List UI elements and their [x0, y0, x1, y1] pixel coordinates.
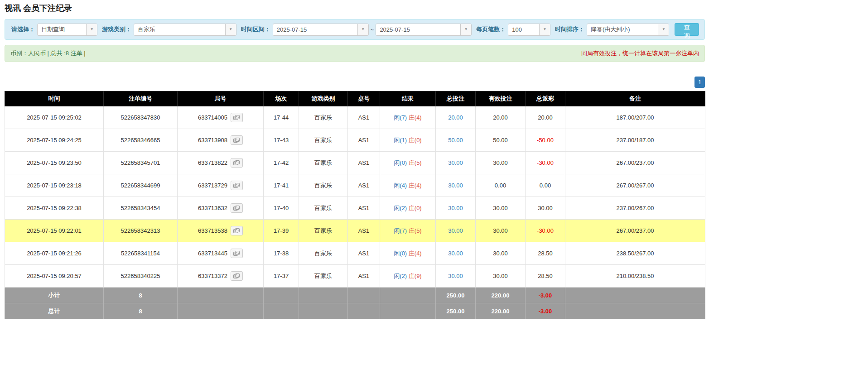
video-detail-icon[interactable] — [231, 203, 243, 213]
cell-game-type: 百家乐 — [299, 220, 348, 242]
date-to-input[interactable] — [376, 24, 460, 35]
table-row: 2025-07-15 09:24:25 522658346665 6337139… — [5, 129, 705, 152]
cell-payout: -50.00 — [526, 129, 565, 152]
table-row: 2025-07-15 09:20:57 522658340225 6337133… — [5, 265, 705, 288]
cell-total-bet-link[interactable]: 30.00 — [436, 220, 476, 242]
chevron-down-icon[interactable]: ▼ — [460, 24, 471, 35]
game-type-input[interactable] — [134, 24, 225, 35]
video-detail-icon[interactable] — [231, 113, 243, 122]
cell-table-no: AS1 — [348, 106, 380, 129]
cell-session: 17-41 — [264, 174, 299, 197]
result-banker: 庄(5) — [409, 227, 422, 234]
time-range-label: 时间区间： — [241, 25, 270, 34]
header-total-bet: 总投注 — [436, 91, 476, 106]
cell-result: 闲(2) 庄(9) — [380, 265, 436, 288]
cell-bet-id: 522658342313 — [104, 220, 178, 242]
video-detail-icon[interactable] — [231, 135, 243, 145]
game-type-combobox: ▼ — [134, 24, 236, 36]
cell-note: 237.00/187.00 — [565, 129, 705, 152]
cell-total-bet-link[interactable]: 30.00 — [436, 242, 476, 265]
chevron-down-icon[interactable]: ▼ — [225, 24, 236, 35]
cell-note: 210.00/238.50 — [565, 265, 705, 288]
cell-payout: 20.00 — [526, 106, 565, 129]
cell-table-no: AS1 — [348, 174, 380, 197]
cell-valid-bet: 30.00 — [476, 220, 526, 242]
bets-table: 时间 注单编号 局号 场次 游戏类别 桌号 结果 总投注 有效投注 总派彩 备注… — [5, 91, 705, 319]
video-detail-icon[interactable] — [231, 271, 243, 281]
cell-total-bet-link[interactable]: 30.00 — [436, 174, 476, 197]
cell-total-bet-link[interactable]: 20.00 — [436, 106, 476, 129]
cell-round: 633713729 — [178, 174, 264, 197]
cell-table-no: AS1 — [348, 220, 380, 242]
cell-valid-bet: 30.00 — [476, 242, 526, 265]
cell-note: 267.00/237.00 — [565, 152, 705, 174]
cell-table-no: AS1 — [348, 265, 380, 288]
cell-result: 闲(7) 庄(4) — [380, 106, 436, 129]
cell-total-bet-link[interactable]: 30.00 — [436, 152, 476, 174]
page: 视讯 会员下注纪录 请选择： ▼ 游戏类别： ▼ 时间区间： ▼ ~ ▼ — [0, 0, 868, 374]
chevron-down-icon[interactable]: ▼ — [357, 24, 368, 35]
cell-bet-id: 522658344699 — [104, 174, 178, 197]
cell-game-type: 百家乐 — [299, 242, 348, 265]
result-banker: 庄(0) — [409, 137, 422, 144]
cell-result: 闲(2) 庄(0) — [380, 197, 436, 220]
cell-game-type: 百家乐 — [299, 106, 348, 129]
cell-time: 2025-07-15 09:20:57 — [5, 265, 104, 288]
table-row: 2025-07-15 09:21:26 522658341154 6337134… — [5, 242, 705, 265]
cell-payout: 30.00 — [526, 197, 565, 220]
cell-time: 2025-07-15 09:22:01 — [5, 220, 104, 242]
subtotal-valid-bet: 220.00 — [476, 288, 526, 303]
result-banker: 庄(4) — [409, 114, 422, 121]
chevron-down-icon[interactable]: ▼ — [86, 24, 97, 35]
cell-result: 闲(1) 庄(0) — [380, 129, 436, 152]
page-size-input[interactable] — [508, 24, 539, 35]
info-bar: 币别：人民币 | 总共 :8 注单 | 同局有效投注，统一计算在该局第一张注单内 — [5, 45, 705, 62]
query-type-input[interactable] — [38, 24, 86, 35]
chevron-down-icon[interactable]: ▼ — [539, 24, 550, 35]
round-number: 633713445 — [198, 250, 227, 257]
cell-time: 2025-07-15 09:21:26 — [5, 242, 104, 265]
currency-total-text: 币别：人民币 | 总共 :8 注单 | — [10, 49, 86, 58]
video-detail-icon[interactable] — [231, 158, 243, 168]
table-header-row: 时间 注单编号 局号 场次 游戏类别 桌号 结果 总投注 有效投注 总派彩 备注 — [5, 91, 705, 106]
page-size-label: 每页笔数： — [476, 25, 506, 34]
cell-game-type: 百家乐 — [299, 152, 348, 174]
cell-round: 633713372 — [178, 265, 264, 288]
header-result: 结果 — [380, 91, 436, 106]
page-size-combobox: ▼ — [508, 24, 550, 36]
cell-note: 237.00/267.00 — [565, 197, 705, 220]
search-button[interactable]: 查询 — [675, 23, 699, 36]
round-number: 633713538 — [198, 227, 227, 234]
video-detail-icon[interactable] — [231, 249, 243, 258]
cell-valid-bet: 30.00 — [476, 197, 526, 220]
page-1-button[interactable]: 1 — [694, 77, 705, 88]
time-sort-input[interactable] — [587, 24, 658, 35]
video-detail-icon[interactable] — [231, 181, 243, 190]
total-count: 8 — [104, 303, 178, 319]
cell-result: 闲(0) 庄(5) — [380, 152, 436, 174]
cell-note: 267.00/267.00 — [565, 174, 705, 197]
chevron-down-icon[interactable]: ▼ — [658, 24, 669, 35]
time-sort-label: 时间排序： — [555, 25, 584, 34]
video-detail-icon[interactable] — [231, 226, 243, 235]
result-banker: 庄(4) — [409, 182, 422, 189]
cell-total-bet-link[interactable]: 30.00 — [436, 265, 476, 288]
total-label: 总计 — [5, 303, 104, 319]
cell-note: 238.50/267.00 — [565, 242, 705, 265]
cell-payout: -30.00 — [526, 220, 565, 242]
cell-total-bet-link[interactable]: 50.00 — [436, 129, 476, 152]
cell-round: 633713632 — [178, 197, 264, 220]
cell-total-bet-link[interactable]: 30.00 — [436, 197, 476, 220]
cell-result: 闲(4) 庄(4) — [380, 174, 436, 197]
pagination-top: 1 — [5, 77, 705, 88]
subtotal-count: 8 — [104, 288, 178, 303]
result-player: 闲(7) — [394, 227, 407, 234]
subtotal-total-bet: 250.00 — [436, 288, 476, 303]
cell-result: 闲(0) 庄(4) — [380, 242, 436, 265]
cell-game-type: 百家乐 — [299, 129, 348, 152]
cell-bet-id: 522658345701 — [104, 152, 178, 174]
result-player: 闲(4) — [394, 182, 407, 189]
cell-table-no: AS1 — [348, 197, 380, 220]
date-from-input[interactable] — [273, 24, 357, 35]
result-banker: 庄(0) — [409, 205, 422, 211]
